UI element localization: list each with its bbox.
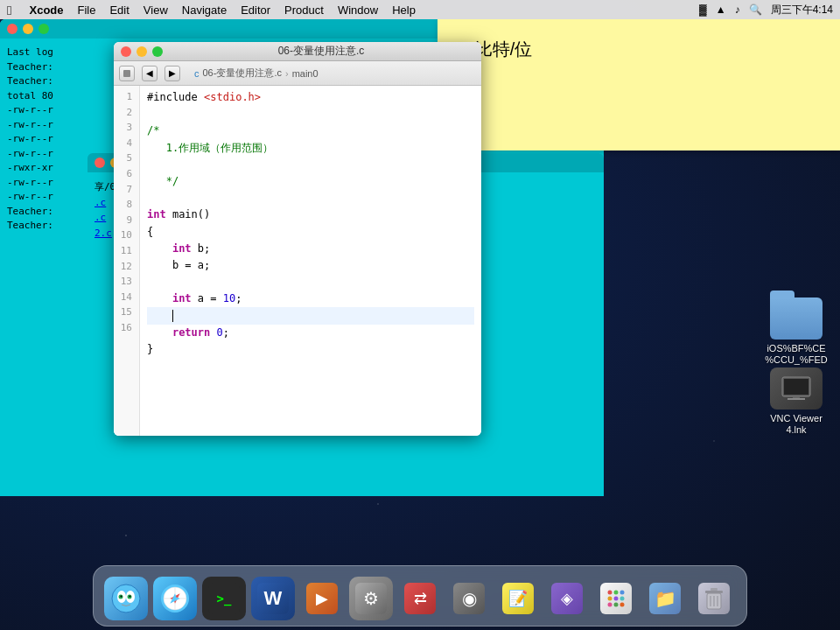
dock-keynote[interactable]: ▶ bbox=[300, 577, 344, 620]
code-8-kw: int bbox=[147, 206, 166, 223]
dock-instastats[interactable]: ◈ bbox=[545, 577, 589, 620]
ln-4: 4 bbox=[114, 136, 136, 151]
apple-menu[interactable]:  bbox=[7, 3, 11, 18]
code-line-6: */ bbox=[147, 173, 474, 190]
code-1-path: <stdio.h> bbox=[204, 89, 261, 106]
dock-stickies[interactable]: 📝 bbox=[496, 577, 540, 620]
ln-16: 16 bbox=[114, 320, 136, 336]
dock-files[interactable]: 📁 bbox=[643, 577, 687, 620]
terminal-close-btn[interactable] bbox=[7, 24, 18, 34]
stickies-icon-text: 📝 bbox=[508, 589, 528, 608]
ln-2: 2 bbox=[114, 105, 136, 121]
code-line-9: { bbox=[147, 224, 474, 241]
svg-point-11 bbox=[121, 596, 122, 598]
svg-point-24 bbox=[620, 597, 625, 601]
xcode-fwd-btn[interactable]: ▶ bbox=[164, 66, 180, 81]
xcode-nav-btn[interactable] bbox=[119, 66, 135, 81]
files-icon-text: 📁 bbox=[654, 588, 676, 609]
code-line-13: int a = 10; bbox=[147, 290, 474, 307]
ln-1: 1 bbox=[114, 89, 136, 105]
code-line-5 bbox=[147, 157, 474, 173]
menubar-time: 周三下午4:14 bbox=[771, 3, 833, 18]
code-16-brace: } bbox=[147, 341, 153, 358]
svg-point-23 bbox=[614, 597, 619, 601]
code-11-assign: b = a; bbox=[147, 257, 210, 274]
xcode-max-btn[interactable] bbox=[152, 46, 163, 57]
menubar-view[interactable]: View bbox=[144, 4, 168, 17]
code-3-comment: /* bbox=[147, 122, 159, 139]
folder-icon bbox=[770, 298, 822, 340]
svg-point-27 bbox=[620, 603, 625, 607]
folder-label: iOS%BF%CE%CCU_%FED bbox=[761, 343, 831, 366]
menubar-right: ▓ ▲ ♪ 🔍 周三下午4:14 bbox=[699, 3, 833, 18]
menubar-window[interactable]: Window bbox=[338, 4, 378, 17]
dock-launchpad[interactable] bbox=[594, 577, 638, 620]
svg-point-22 bbox=[608, 597, 612, 601]
menubar-editor[interactable]: Editor bbox=[241, 4, 270, 17]
vnc-viewer-icon[interactable]: VNC Viewer4.lnk bbox=[761, 368, 831, 436]
code-13-indent bbox=[147, 290, 172, 307]
code-15-num: 0 bbox=[217, 325, 223, 341]
menubar-app-name[interactable]: Xcode bbox=[29, 4, 63, 17]
sticky-line-1: bit 比特/位 bbox=[452, 33, 826, 65]
code-line-3: /* bbox=[147, 122, 474, 139]
ln-6: 6 bbox=[114, 166, 136, 182]
code-15-kw: return bbox=[172, 325, 210, 341]
breadcrumb-c-icon: c bbox=[194, 68, 200, 79]
xcode-back-btn[interactable]: ◀ bbox=[142, 66, 158, 81]
menubar:  Xcode File Edit View Navigate Editor P… bbox=[0, 0, 840, 19]
menubar-product[interactable]: Product bbox=[284, 4, 324, 17]
menubar-file[interactable]: File bbox=[78, 4, 96, 17]
dock-filemerge[interactable]: ⇄ bbox=[398, 577, 442, 620]
breadcrumb-func[interactable]: main0 bbox=[292, 68, 318, 79]
svg-rect-1 bbox=[784, 379, 808, 395]
code-13-semi: ; bbox=[235, 290, 242, 307]
desktop-folder[interactable]: iOS%BF%CE%CCU_%FED bbox=[761, 298, 831, 366]
terminal-min-btn[interactable] bbox=[23, 24, 33, 34]
code-8-func: main() bbox=[166, 206, 211, 223]
dock-safari[interactable] bbox=[153, 577, 197, 620]
xcode-min-btn[interactable] bbox=[136, 46, 147, 57]
xcode-title: 06-变量使用注意.c bbox=[168, 44, 474, 59]
ln-8: 8 bbox=[114, 197, 136, 213]
sticky-line-3: 8bit bbox=[452, 96, 826, 128]
menubar-left:  Xcode File Edit View Navigate Editor P… bbox=[7, 3, 699, 18]
xcode-titlebar: 06-变量使用注意.c bbox=[114, 42, 481, 61]
menubar-search-icon[interactable]: 🔍 bbox=[749, 4, 762, 16]
word-icon-text: W bbox=[264, 587, 283, 610]
instastats-icon-text: ◈ bbox=[561, 589, 573, 608]
menubar-navigate[interactable]: Navigate bbox=[182, 4, 227, 17]
filebrowser-close-btn[interactable] bbox=[94, 158, 105, 168]
menubar-edit[interactable]: Edit bbox=[109, 4, 129, 17]
xcode-toolbar: ◀ ▶ c 06-变量使用注意.c › main0 bbox=[114, 61, 481, 86]
vnc-icon-image bbox=[770, 368, 822, 410]
dock-terminal[interactable]: >_ bbox=[202, 577, 246, 620]
filemerge-icon-text: ⇄ bbox=[414, 589, 427, 608]
code-line-16: } bbox=[147, 341, 474, 358]
ln-13: 13 bbox=[114, 274, 136, 290]
code-line-12 bbox=[147, 274, 474, 290]
code-line-7 bbox=[147, 190, 474, 206]
code-14-cursor bbox=[147, 307, 172, 324]
menubar-help[interactable]: Help bbox=[392, 4, 416, 17]
ln-15: 15 bbox=[114, 304, 136, 320]
dock-dvd[interactable]: ◉ bbox=[447, 577, 491, 620]
dock-trash[interactable] bbox=[692, 577, 736, 620]
dock-word[interactable]: W bbox=[251, 577, 295, 620]
code-15-indent bbox=[147, 325, 172, 341]
xcode-code-area[interactable]: #include <stdio.h> /* 1.作用域（作用范围） */ bbox=[140, 86, 481, 436]
code-13-var: a = bbox=[192, 290, 223, 307]
menubar-wifi-icon: ▲ bbox=[716, 4, 726, 16]
xcode-close-btn[interactable] bbox=[121, 46, 131, 57]
ln-9: 9 bbox=[114, 213, 136, 228]
svg-point-25 bbox=[608, 603, 612, 607]
dock-system-prefs[interactable]: ⚙ bbox=[349, 577, 393, 620]
code-15-space bbox=[210, 325, 216, 341]
prefs-icon-text: ⚙ bbox=[363, 588, 379, 609]
dock-finder[interactable] bbox=[104, 577, 148, 620]
code-6-comment: */ bbox=[147, 173, 178, 190]
breadcrumb-file[interactable]: 06-变量使用注意.c bbox=[203, 66, 282, 80]
code-10-kw: int bbox=[172, 241, 192, 257]
terminal-max-btn[interactable] bbox=[38, 24, 49, 34]
code-line-1: #include <stdio.h> bbox=[147, 89, 474, 106]
